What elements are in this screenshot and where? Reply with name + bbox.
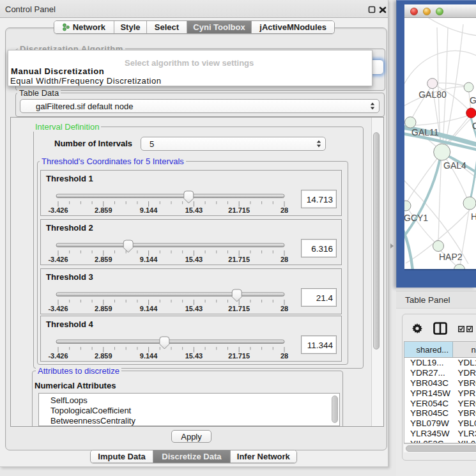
svg-text:C: C [472, 121, 476, 131]
svg-text:GAL4: GAL4 [443, 160, 466, 171]
svg-text:HAP2: HAP2 [439, 252, 463, 262]
svg-text:H: H [471, 211, 476, 222]
svg-text:GAL11: GAL11 [411, 127, 439, 137]
svg-text:GAL80: GAL80 [418, 89, 447, 100]
svg-text:GA: GA [470, 95, 476, 105]
svg-text:GCY1: GCY1 [404, 213, 428, 223]
